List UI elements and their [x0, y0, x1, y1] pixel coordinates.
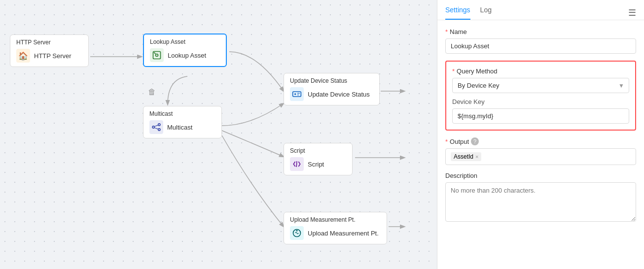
node-script[interactable]: Script Script — [284, 143, 353, 175]
svg-line-11 — [154, 128, 158, 129]
name-input[interactable] — [445, 38, 636, 54]
name-section: * Name — [445, 28, 636, 54]
script-icon — [290, 157, 304, 171]
query-method-select[interactable]: By Device Key By Asset ID By Name — [452, 78, 629, 93]
output-help-icon[interactable]: ? — [471, 137, 479, 145]
panel-tabs: Settings Log — [445, 6, 492, 20]
node-http-server[interactable]: HTTP Server 🏠 HTTP Server — [10, 34, 89, 67]
panel-header: Settings Log ☰ — [437, 0, 644, 20]
update-device-icon — [290, 87, 304, 101]
node-lookup-label: Lookup Asset — [168, 52, 206, 59]
upload-measurement-icon — [290, 226, 304, 240]
query-method-select-wrapper: By Device Key By Asset ID By Name ▼ — [452, 78, 629, 93]
panel-body: * Name * Query Method By Device Key By A… — [437, 20, 644, 269]
node-update-title: Update Device Status — [290, 77, 373, 84]
svg-line-16 — [296, 161, 297, 167]
query-method-label: * Query Method — [452, 67, 629, 75]
node-multicast[interactable]: Multicast Multicast — [143, 106, 222, 138]
svg-point-5 — [156, 54, 158, 57]
description-section: Description — [445, 172, 636, 223]
node-update-device[interactable]: Update Device Status Update Device Statu… — [284, 73, 380, 105]
svg-rect-12 — [293, 92, 301, 97]
node-upload-title: Upload Measurement Pt. — [290, 216, 381, 223]
output-tag: AssetId × — [451, 152, 481, 161]
tab-log[interactable]: Log — [480, 6, 492, 20]
device-key-input[interactable] — [452, 108, 629, 124]
multicast-icon — [149, 120, 163, 134]
node-update-label: Update Device Status — [308, 91, 370, 98]
output-tag-close[interactable]: × — [475, 154, 478, 160]
node-upload-label: Upload Measurement Pt. — [308, 230, 379, 237]
output-section: * Output ? AssetId × — [445, 137, 636, 165]
tab-settings[interactable]: Settings — [445, 6, 470, 20]
output-label: * Output ? — [445, 137, 636, 145]
node-http-server-title: HTTP Server — [16, 39, 82, 46]
output-tag-input[interactable]: AssetId × — [445, 148, 636, 165]
node-multicast-title: Multicast — [149, 110, 215, 117]
name-label: * Name — [445, 28, 636, 35]
node-lookup-asset[interactable]: Lookup Asset Lookup Asset — [143, 34, 227, 67]
svg-point-8 — [158, 124, 160, 126]
settings-panel: Settings Log ☰ * Name * Query Method By … — [437, 0, 644, 269]
description-textarea[interactable] — [445, 182, 636, 222]
svg-point-7 — [152, 126, 154, 128]
svg-line-10 — [154, 125, 158, 127]
panel-menu-icon[interactable]: ☰ — [628, 7, 636, 18]
description-label: Description — [445, 172, 636, 179]
svg-point-13 — [294, 93, 296, 95]
query-method-star: * — [452, 67, 455, 75]
query-method-section: * Query Method By Device Key By Asset ID… — [445, 61, 636, 131]
http-server-icon: 🏠 — [16, 49, 30, 63]
node-http-server-label: HTTP Server — [34, 52, 72, 60]
output-required-star: * — [445, 138, 448, 145]
flow-canvas[interactable]: HTTP Server 🏠 HTTP Server Lookup Asset L… — [0, 0, 437, 269]
svg-line-6 — [154, 52, 155, 54]
node-script-label: Script — [308, 161, 324, 168]
node-upload-measurement[interactable]: Upload Measurement Pt. Upload Measuremen… — [284, 212, 387, 244]
node-lookup-title: Lookup Asset — [150, 38, 220, 45]
name-required-star: * — [445, 28, 448, 35]
node-script-title: Script — [290, 147, 346, 154]
device-key-label: Device Key — [452, 98, 629, 105]
lookup-asset-icon — [150, 48, 164, 62]
node-multicast-label: Multicast — [167, 124, 192, 131]
svg-point-9 — [158, 129, 160, 131]
delete-node-button[interactable]: 🗑 — [148, 88, 156, 97]
